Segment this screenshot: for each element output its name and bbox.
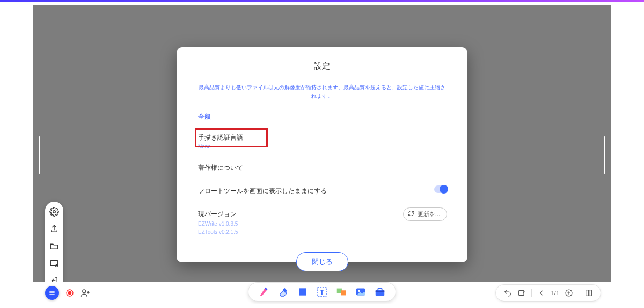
handwriting-language-row[interactable]: 手描き認証言語 None bbox=[198, 130, 446, 153]
pen-tool[interactable] bbox=[258, 286, 270, 298]
handwriting-language-value: None bbox=[198, 144, 446, 149]
undo-button[interactable] bbox=[503, 289, 512, 297]
undo-icon bbox=[503, 289, 512, 297]
share-icon[interactable] bbox=[49, 224, 59, 234]
section-general: 全般 bbox=[198, 112, 446, 121]
menu-icon bbox=[48, 289, 56, 297]
svg-rect-11 bbox=[341, 290, 346, 295]
float-tool-row: フロートツールを画面に表示したままにする bbox=[198, 183, 446, 199]
prev-page-button[interactable] bbox=[537, 289, 546, 297]
viewport-frame: 設定 最高品質よりも低いファイルは元の解像度が維持されます。最高品質を超えると、… bbox=[0, 0, 644, 308]
screen-icon[interactable] bbox=[49, 259, 59, 268]
eraser-tool[interactable] bbox=[277, 286, 289, 298]
refresh-icon bbox=[408, 210, 414, 217]
separator bbox=[531, 289, 532, 297]
bottom-left-group bbox=[33, 286, 90, 300]
svg-point-2 bbox=[56, 265, 58, 267]
redo-button[interactable] bbox=[517, 289, 526, 297]
close-button-label: 閉じる bbox=[312, 257, 333, 266]
window-top-accent bbox=[0, 0, 644, 2]
handwriting-language-label: 手描き認証言語 bbox=[198, 133, 446, 142]
settings-icon[interactable] bbox=[49, 207, 59, 217]
chevron-left-icon bbox=[538, 289, 545, 297]
svg-text:T: T bbox=[320, 288, 324, 296]
side-toolbar bbox=[45, 202, 63, 291]
add-page-button[interactable] bbox=[565, 289, 573, 297]
settings-dialog: 設定 最高品質よりも低いファイルは元の解像度が維持されます。最高品質を超えると、… bbox=[177, 47, 467, 262]
image-tool[interactable] bbox=[355, 286, 367, 298]
svg-rect-7 bbox=[299, 288, 306, 295]
svg-point-13 bbox=[358, 290, 360, 292]
svg-rect-17 bbox=[518, 290, 523, 295]
folder-icon[interactable] bbox=[49, 241, 59, 251]
page-controls: 1/1 bbox=[495, 284, 601, 302]
version-row: 現バージョン EZWrite v1.0.3.5 EZTools v0.2.1.5… bbox=[198, 206, 446, 239]
right-edge-handle[interactable] bbox=[604, 136, 605, 174]
toolbox-tool[interactable] bbox=[374, 286, 386, 298]
tool-dock: T bbox=[248, 282, 396, 302]
left-edge-handle[interactable] bbox=[39, 136, 40, 174]
sticky-note-tool[interactable] bbox=[335, 286, 347, 298]
whiteboard-canvas[interactable]: 設定 最高品質よりも低いファイルは元の解像度が維持されます。最高品質を超えると、… bbox=[33, 5, 611, 304]
check-update-label: 更新を... bbox=[418, 211, 440, 217]
add-person-button[interactable] bbox=[80, 288, 90, 298]
record-button[interactable] bbox=[65, 289, 74, 297]
svg-rect-16 bbox=[378, 289, 382, 291]
float-tool-label: フロートツールを画面に表示したままにする bbox=[198, 187, 446, 196]
settings-description: 最高品質よりも低いファイルは元の解像度が維持されます。最高品質を超えると、設定し… bbox=[198, 83, 446, 101]
add-person-icon bbox=[80, 288, 90, 298]
bottom-bar: T bbox=[33, 282, 611, 304]
page-indicator: 1/1 bbox=[551, 290, 559, 296]
settings-title: 設定 bbox=[198, 61, 446, 71]
svg-rect-19 bbox=[586, 290, 589, 296]
record-icon bbox=[65, 289, 74, 297]
version-ezwrite: EZWrite v1.0.3.5 bbox=[198, 220, 446, 228]
separator-2 bbox=[579, 289, 579, 297]
menu-button[interactable] bbox=[45, 286, 59, 300]
svg-rect-20 bbox=[589, 290, 592, 296]
svg-point-0 bbox=[53, 211, 56, 213]
plus-circle-icon bbox=[565, 289, 573, 297]
text-tool[interactable]: T bbox=[316, 286, 328, 298]
svg-point-5 bbox=[83, 290, 86, 293]
redo-icon bbox=[517, 289, 526, 297]
svg-point-4 bbox=[68, 291, 71, 294]
copyright-row[interactable]: 著作権について bbox=[198, 160, 446, 176]
check-update-button[interactable]: 更新を... bbox=[403, 207, 447, 221]
select-tool[interactable] bbox=[297, 286, 309, 298]
copyright-label: 著作権について bbox=[198, 163, 446, 173]
version-eztools: EZTools v0.2.1.5 bbox=[198, 228, 446, 237]
close-button[interactable]: 閉じる bbox=[296, 252, 348, 271]
page-overview-button[interactable] bbox=[584, 289, 593, 297]
pages-icon bbox=[584, 289, 593, 297]
float-tool-toggle[interactable] bbox=[434, 185, 447, 193]
